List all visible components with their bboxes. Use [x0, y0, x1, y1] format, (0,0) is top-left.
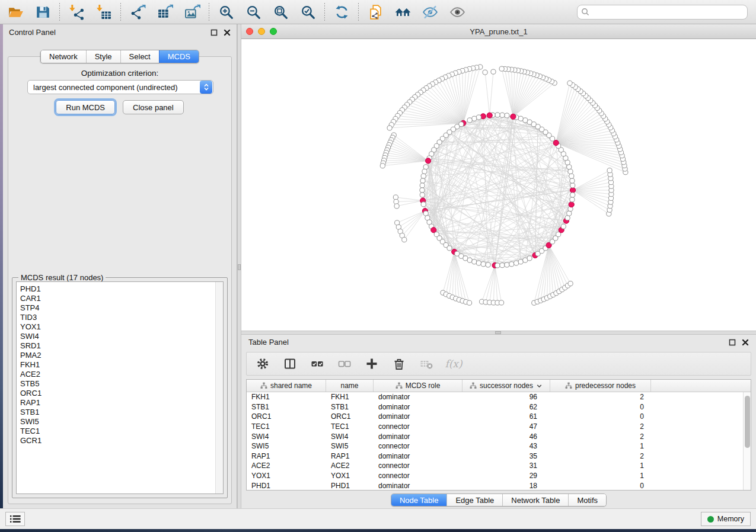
close-panel-button[interactable]: Close panel [123, 100, 184, 114]
tab-node-table[interactable]: Node Table [391, 494, 447, 506]
network-graph-canvas[interactable] [241, 39, 756, 330]
cell-shared-name: YOX1 [247, 472, 326, 480]
zoom-in-icon[interactable] [216, 2, 235, 21]
memory-button[interactable]: Memory [701, 512, 751, 526]
close-panel-icon[interactable] [224, 29, 231, 36]
table-scrollbar[interactable] [743, 392, 751, 490]
table-row[interactable]: ORC1ORC1dominator610 [247, 412, 743, 422]
hide-selected-icon[interactable] [420, 2, 439, 21]
mcds-result-item[interactable]: YOX1 [20, 322, 223, 332]
zoom-fit-icon[interactable] [271, 2, 290, 21]
mcds-result-item[interactable]: ORC1 [20, 389, 223, 398]
add-icon[interactable] [364, 356, 379, 371]
control-panel-title: Control Panel [9, 28, 56, 37]
column-header-predecessor-nodes[interactable]: predecessor nodes [550, 380, 651, 392]
cell-successor-nodes: 31 [462, 462, 550, 470]
column-header-shared-name[interactable]: shared name [247, 380, 326, 392]
mcds-list-scrollbar[interactable] [215, 282, 223, 493]
cell-shared-name: SWI4 [247, 432, 326, 441]
float-table-panel-icon[interactable] [729, 339, 736, 346]
delete-icon[interactable] [391, 356, 407, 371]
mcds-result-item[interactable]: STB1 [20, 408, 223, 417]
criterion-value: largest connected component (undirected) [28, 83, 200, 92]
cell-successor-nodes: 96 [462, 393, 550, 401]
duplicate-network-icon[interactable] [366, 2, 385, 21]
export-image-icon[interactable] [183, 2, 202, 21]
mcds-result-item[interactable]: SWI5 [20, 417, 223, 427]
open-file-icon[interactable] [6, 2, 25, 21]
task-history-button[interactable] [5, 512, 25, 526]
close-table-panel-icon[interactable] [742, 339, 749, 346]
table-row[interactable]: STB1STB1dominator620 [247, 402, 743, 412]
mcds-result-item[interactable]: SRD1 [20, 341, 223, 351]
cell-successor-nodes: 46 [462, 432, 550, 441]
first-neighbors-icon[interactable] [393, 2, 412, 21]
tab-style[interactable]: Style [86, 50, 120, 63]
table-row[interactable]: SWI4SWI4dominator462 [247, 431, 743, 441]
table-row[interactable]: TEC1TEC1connector472 [247, 422, 743, 432]
select-all-icon[interactable] [310, 356, 325, 371]
deselect-all-icon[interactable] [337, 356, 352, 371]
export-network-icon[interactable] [128, 2, 147, 21]
tab-motifs[interactable]: Motifs [568, 494, 606, 506]
settings-icon[interactable] [255, 356, 270, 371]
import-network-icon[interactable] [67, 2, 86, 21]
table-row[interactable]: ACE2ACE2connector311 [247, 461, 743, 471]
table-row[interactable]: FKH1FKH1dominator962 [247, 392, 743, 402]
search-input[interactable] [577, 5, 748, 20]
toolbar-separator [324, 3, 325, 21]
mcds-result-item[interactable]: CAR1 [20, 294, 223, 303]
cell-shared-name: ORC1 [247, 412, 326, 421]
mcds-result-list[interactable]: PHD1CAR1STP4TID3YOX1SWI4SRD1PMA2FKH1ACE2… [16, 281, 224, 494]
mcds-result-item[interactable]: RAP1 [20, 398, 223, 408]
tab-network[interactable]: Network [41, 50, 86, 63]
table-row[interactable]: PHD1PHD1dominator180 [247, 480, 743, 490]
mcds-result-item[interactable]: STB5 [20, 379, 223, 389]
cell-MCDS-role: connector [374, 442, 462, 450]
cell-predecessor-nodes: 2 [550, 422, 651, 431]
show-all-icon[interactable] [448, 2, 467, 21]
table-row[interactable]: RAP1RAP1dominator352 [247, 451, 743, 462]
mcds-result-item[interactable]: ACE2 [20, 370, 223, 379]
mcds-result-item[interactable]: STP4 [20, 303, 223, 313]
mcds-result-item[interactable]: SWI4 [20, 332, 223, 341]
tab-network-table[interactable]: Network Table [502, 494, 568, 506]
cell-predecessor-nodes: 1 [550, 472, 651, 480]
zoom-selected-icon[interactable] [298, 2, 317, 21]
mcds-result-item[interactable]: TEC1 [20, 427, 223, 436]
table-scrollbar-thumb[interactable] [745, 396, 750, 448]
cell-name: STB1 [326, 403, 374, 411]
column-header-MCDS-role[interactable]: MCDS role [374, 380, 462, 392]
export-table-icon[interactable] [155, 2, 174, 21]
mcds-result-item[interactable]: FKH1 [20, 360, 223, 370]
mcds-result-item[interactable]: PHD1 [20, 284, 223, 294]
vertical-splitter[interactable] [237, 24, 241, 508]
delete-table-icon [419, 356, 434, 371]
cell-predecessor-nodes: 2 [550, 452, 651, 460]
tab-mcds[interactable]: MCDS [159, 50, 199, 63]
cell-successor-nodes: 29 [462, 472, 550, 480]
cell-name: TEC1 [326, 422, 374, 431]
columns-icon[interactable] [282, 356, 298, 371]
import-table-icon[interactable] [94, 2, 113, 21]
column-header-successor-nodes[interactable]: successor nodes [462, 380, 550, 392]
column-header-name[interactable]: name [326, 380, 374, 392]
cell-name: ACE2 [326, 462, 374, 470]
cell-name: ORC1 [326, 412, 374, 421]
tab-edge-table[interactable]: Edge Table [446, 494, 502, 506]
horizontal-splitter[interactable] [241, 331, 756, 335]
table-row[interactable]: YOX1YOX1connector291 [247, 471, 743, 481]
zoom-out-icon[interactable] [244, 2, 263, 21]
run-mcds-button[interactable]: Run MCDS [56, 100, 115, 114]
mcds-result-item[interactable]: PMA2 [20, 351, 223, 360]
tab-select[interactable]: Select [120, 50, 159, 63]
toolbar-separator [358, 3, 359, 21]
criterion-dropdown[interactable]: largest connected component (undirected) [27, 80, 213, 94]
float-panel-icon[interactable] [210, 29, 218, 36]
cell-MCDS-role: connector [374, 422, 462, 431]
mcds-result-item[interactable]: GCR1 [20, 436, 223, 446]
table-row[interactable]: SWI5SWI5connector431 [247, 441, 743, 451]
save-icon[interactable] [33, 2, 52, 21]
mcds-result-item[interactable]: TID3 [20, 313, 223, 322]
refresh-icon[interactable] [332, 2, 351, 21]
